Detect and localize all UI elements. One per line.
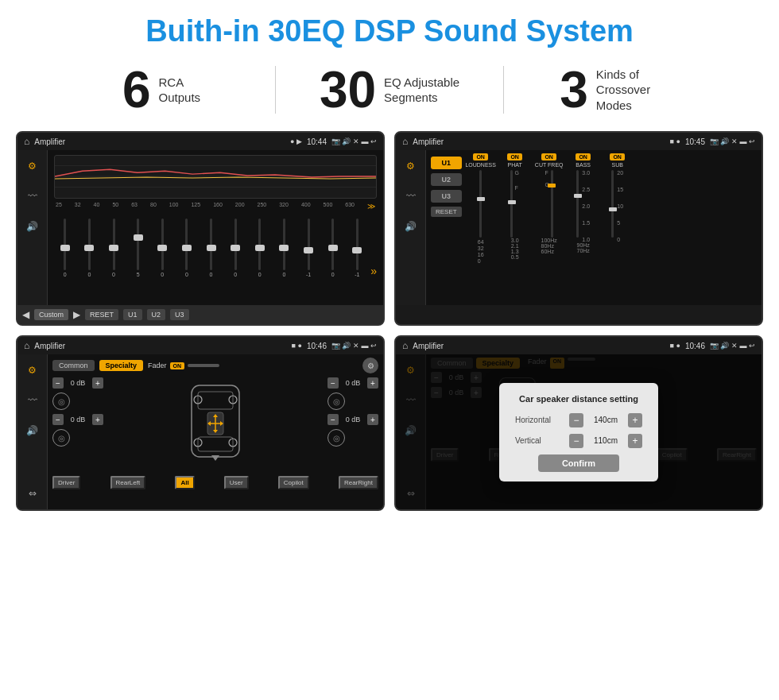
speaker-user-btn[interactable]: User <box>224 476 249 489</box>
page-title: Buith-in 30EQ DSP Sound System <box>0 0 779 56</box>
speaker-rearright-btn[interactable]: RearRight <box>339 476 378 489</box>
amp-channel-phat: ON PHAT GF 3.02.11.30.5 <box>499 153 531 302</box>
eq-slider-0[interactable]: 0 <box>54 219 76 277</box>
speaker-icon-row-3: ◎ <box>327 429 378 447</box>
amp-tune-icon-2[interactable]: ⚙ <box>401 157 421 176</box>
eq-slider-2[interactable]: 0 <box>103 219 125 277</box>
eq-slider-1[interactable]: 0 <box>79 219 101 277</box>
speaker-balance-icon[interactable]: ⇔ <box>23 484 42 503</box>
speaker-tune-icon[interactable]: ⚙ <box>23 361 42 380</box>
eq-prev-icon[interactable]: ◀ <box>22 309 29 320</box>
fader-row: Fader ON <box>148 362 219 369</box>
speaker-tab-common[interactable]: Common <box>52 360 95 371</box>
speaker-vol-icon[interactable]: 🔊 <box>23 421 42 440</box>
dialog-horizontal-plus[interactable]: + <box>628 413 642 427</box>
status-title-1: Amplifier <box>34 137 285 146</box>
amp-loudness-on[interactable]: ON <box>473 153 488 160</box>
eq-sidebar: ⚙ 〰 🔊 <box>17 150 48 305</box>
db-minus-1[interactable]: − <box>52 414 64 425</box>
dialog-confirm-button[interactable]: Confirm <box>538 454 619 472</box>
dialog-box: Car speaker distance setting Horizontal … <box>499 383 658 481</box>
speaker-copilot-btn[interactable]: Copilot <box>278 476 309 489</box>
media-dots-1: ● ▶ <box>290 137 302 145</box>
amp-channels-row: ON LOUDNESS 6432160 <box>465 153 757 302</box>
amp-cutfreq-on[interactable]: ON <box>541 153 556 160</box>
eq-freq-labels: 25 32 40 50 63 80 100 125 160 200 250 32… <box>54 202 377 211</box>
dialog-vertical-plus[interactable]: + <box>628 434 642 448</box>
status-icons-1: 📷 🔊 ✕ ▬ ↩ <box>331 137 377 145</box>
db-plus-0[interactable]: + <box>92 377 103 389</box>
speaker-circle-1: ◎ <box>52 429 70 447</box>
screen-speaker-container: ⌂ Amplifier ■ ● 10:46 📷 🔊 ✕ ▬ ↩ ⚙ 〰 🔊 ⇔ … <box>16 335 385 511</box>
status-bar-1: ⌂ Amplifier ● ▶ 10:44 📷 🔊 ✕ ▬ ↩ <box>17 133 383 150</box>
db-value-2: 0 dB <box>341 379 365 387</box>
amp-bass-on[interactable]: ON <box>576 153 591 160</box>
eq-reset-btn[interactable]: RESET <box>85 309 118 320</box>
eq-wave-icon[interactable]: 〰 <box>23 187 42 206</box>
db-minus-2[interactable]: − <box>327 377 339 389</box>
eq-u3-btn[interactable]: U3 <box>170 309 189 320</box>
amp-u1-btn[interactable]: U1 <box>431 157 462 169</box>
dialog-vertical-minus[interactable]: − <box>569 434 583 448</box>
speaker-rearleft-btn[interactable]: RearLeft <box>110 476 146 489</box>
amp-speaker-icon-2[interactable]: 🔊 <box>401 217 421 236</box>
db-control-1: − 0 dB + <box>52 414 103 425</box>
eq-u1-btn[interactable]: U1 <box>123 309 142 320</box>
db-minus-0[interactable]: − <box>52 377 64 389</box>
speaker-driver-btn[interactable]: Driver <box>52 476 80 489</box>
eq-slider-6[interactable]: 0 <box>200 219 223 277</box>
speaker-wave-icon[interactable]: 〰 <box>23 391 42 410</box>
eq-custom-btn[interactable]: Custom <box>34 309 68 320</box>
fader-on-badge[interactable]: ON <box>170 362 185 369</box>
eq-slider-4[interactable]: 0 <box>152 219 174 277</box>
eq-more-icon[interactable]: » <box>370 265 377 277</box>
eq-u2-btn[interactable]: U2 <box>147 309 166 320</box>
stat-label-eq: EQ AdjustableSegments <box>384 75 459 106</box>
eq-play-icon[interactable]: ▶ <box>73 309 80 320</box>
dialog-horizontal-row: Horizontal − 140cm + <box>515 413 642 427</box>
eq-slider-11[interactable]: 0 <box>322 219 344 277</box>
dialog-vertical-value: 110cm <box>590 436 622 445</box>
eq-slider-5[interactable]: 0 <box>176 219 198 277</box>
svg-rect-4 <box>198 392 233 409</box>
speaker-sidebar: ⚙ 〰 🔊 ⇔ <box>17 354 48 509</box>
eq-speaker-icon[interactable]: 🔊 <box>23 217 42 236</box>
stat-number-rca: 6 <box>122 64 151 115</box>
status-title-3: Amplifier <box>34 342 286 350</box>
svg-marker-17 <box>211 455 219 461</box>
screen-eq-body: ⚙ 〰 🔊 <box>17 150 383 305</box>
eq-slider-9[interactable]: 0 <box>273 219 296 277</box>
home-icon-4[interactable]: ⌂ <box>402 340 408 351</box>
amp-sub-on[interactable]: ON <box>610 153 625 160</box>
eq-main: 25 32 40 50 63 80 100 125 160 200 250 32… <box>48 150 383 305</box>
amp-reset-btn[interactable]: RESET <box>431 207 462 217</box>
eq-slider-12[interactable]: -1 <box>347 219 369 277</box>
screen-speaker-body: ⚙ 〰 🔊 ⇔ Common Specialty Fader ON ⚙ <box>17 354 383 509</box>
home-icon-3[interactable]: ⌂ <box>24 340 29 351</box>
amp-phat-on[interactable]: ON <box>507 153 522 160</box>
eq-slider-8[interactable]: 0 <box>249 219 271 277</box>
eq-slider-10[interactable]: -1 <box>297 219 320 277</box>
db-plus-1[interactable]: + <box>92 414 103 425</box>
fader-slider[interactable] <box>188 364 219 367</box>
amp-wave-icon-2[interactable]: 〰 <box>401 187 421 206</box>
eq-tune-icon[interactable]: ⚙ <box>23 157 42 176</box>
eq-slider-7[interactable]: 0 <box>224 219 246 277</box>
db-plus-3[interactable]: + <box>367 414 378 425</box>
status-icons-4: 📷 🔊 ✕ ▬ ↩ <box>710 342 755 350</box>
settings-icon[interactable]: ⚙ <box>362 358 378 373</box>
home-icon-2[interactable]: ⌂ <box>402 136 408 147</box>
speaker-tab-specialty[interactable]: Specialty <box>99 360 144 371</box>
amp-u2-btn[interactable]: U2 <box>431 173 462 186</box>
media-dots-2: ■ ● <box>670 137 680 145</box>
speaker-all-btn[interactable]: All <box>175 476 194 489</box>
speaker-circle-3: ◎ <box>327 429 345 447</box>
amp-u3-btn[interactable]: U3 <box>431 190 462 203</box>
db-minus-3[interactable]: − <box>327 414 339 425</box>
amp-channel-bass: ON BASS 3.02.52.01.51.0 90Hz70Hz <box>568 153 599 302</box>
eq-slider-3[interactable]: 5 <box>127 219 149 277</box>
dialog-horizontal-minus[interactable]: − <box>569 413 583 427</box>
db-plus-2[interactable]: + <box>367 377 378 389</box>
screen-eq-container: ⌂ Amplifier ● ▶ 10:44 📷 🔊 ✕ ▬ ↩ ⚙ 〰 🔊 <box>16 131 385 326</box>
home-icon-1[interactable]: ⌂ <box>24 136 29 147</box>
